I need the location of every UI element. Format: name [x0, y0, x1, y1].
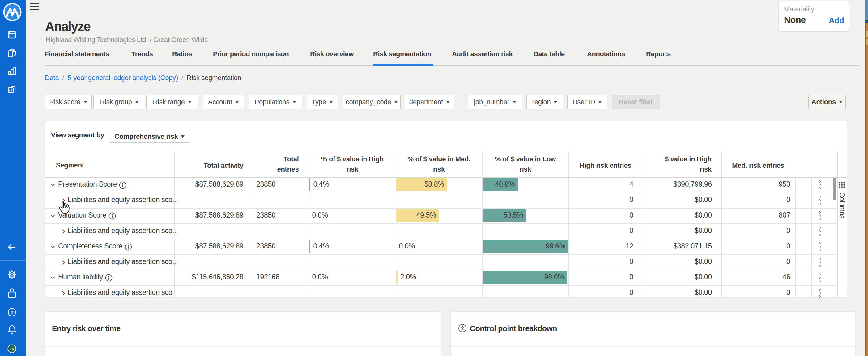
svg-text:TK: TK — [9, 347, 14, 351]
svg-text:?: ? — [461, 326, 464, 331]
svg-text:?: ? — [10, 310, 13, 315]
